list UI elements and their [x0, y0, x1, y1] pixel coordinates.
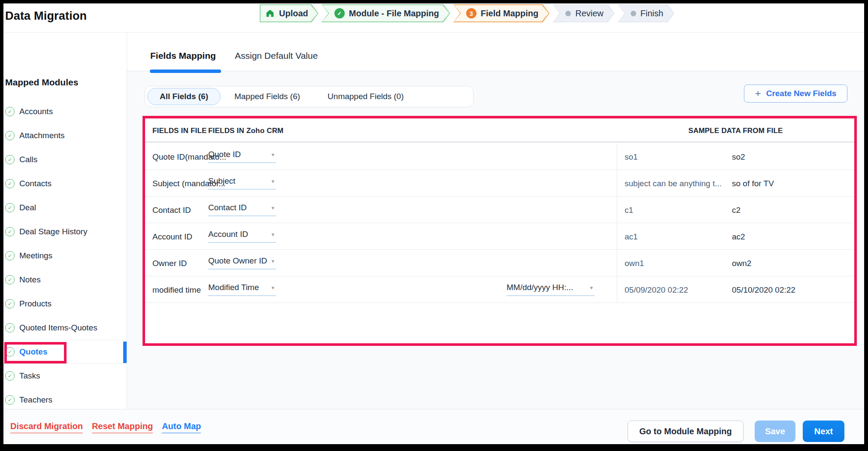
- check-circle-icon: ✓: [5, 395, 15, 405]
- sidebar-item-teachers[interactable]: ✓Teachers: [3, 388, 127, 412]
- sidebar-item-notes[interactable]: ✓Notes: [3, 268, 127, 292]
- file-field-label: modified time: [152, 285, 201, 295]
- sample-value-1: own1: [625, 259, 644, 268]
- discard-migration-link[interactable]: Discard Migration: [10, 421, 83, 433]
- active-item-indicator: [123, 342, 127, 363]
- dropdown-value: Contact ID: [208, 203, 247, 212]
- caret-down-icon: ▾: [271, 231, 274, 238]
- crm-field-dropdown[interactable]: Quote ID ▾: [208, 150, 276, 163]
- sidebar-heading: Mapped Modules: [5, 77, 78, 88]
- home-icon: [265, 9, 275, 18]
- check-circle-icon: ✓: [5, 155, 15, 164]
- sidebar-item-attachments[interactable]: ✓Attachments: [3, 124, 127, 148]
- crm-field-dropdown[interactable]: Contact ID ▾: [208, 203, 276, 216]
- check-circle-icon: ✓: [5, 299, 15, 309]
- footer-links: Discard Migration Reset Mapping Auto Map: [10, 421, 201, 433]
- sample-value-2: ac2: [732, 232, 745, 242]
- table-header-row: FIELDS IN FILE FIELDS IN Zoho CRM SAMPLE…: [145, 118, 854, 142]
- caret-down-icon: ▾: [271, 205, 274, 211]
- file-field-label: Owner ID: [152, 259, 187, 268]
- step-upload[interactable]: Upload: [258, 4, 319, 22]
- sidebar-item-meetings[interactable]: ✓Meetings: [3, 244, 127, 268]
- step-module-file-mapping[interactable]: ✓ Module - File Mapping: [322, 4, 450, 22]
- dropdown-value: Modified Time: [208, 283, 259, 292]
- dropdown-value: Subject: [208, 176, 235, 186]
- sidebar-item-products[interactable]: ✓Products: [3, 292, 127, 316]
- table-row: Subject (mandator... Subject ▾ subject c…: [145, 170, 854, 197]
- plus-icon: +: [755, 88, 761, 99]
- module-list: ✓Accounts ✓Attachments ✓Calls ✓Contacts …: [3, 100, 127, 436]
- step-review[interactable]: Review: [552, 4, 615, 22]
- crm-field-dropdown[interactable]: Account ID ▾: [208, 230, 276, 243]
- step-label: Module - File Mapping: [349, 9, 439, 18]
- filter-all-fields[interactable]: All Fields (6): [147, 88, 221, 105]
- sample-value-1: subject can be anything t...: [625, 179, 722, 188]
- sample-value-1: so1: [625, 152, 638, 162]
- check-circle-icon: ✓: [5, 275, 15, 285]
- crm-field-dropdown[interactable]: Subject ▾: [208, 176, 276, 190]
- action-bar: Discard Migration Reset Mapping Auto Map…: [3, 409, 864, 444]
- check-circle-icon: ✓: [5, 251, 15, 260]
- sidebar-item-deal[interactable]: ✓Deal: [3, 196, 127, 220]
- filter-mapped-fields[interactable]: Mapped Fields (6): [221, 92, 314, 101]
- reset-mapping-link[interactable]: Reset Mapping: [92, 421, 153, 433]
- crm-field-dropdown[interactable]: Modified Time ▾: [208, 283, 276, 296]
- sample-value-2: c2: [732, 206, 741, 215]
- step-dot-icon: [631, 11, 636, 16]
- check-circle-icon: ✓: [5, 227, 15, 236]
- sample-value-2: own2: [732, 259, 751, 268]
- table-row: Owner ID Quote Owner ID ▾ own1 own2: [145, 250, 854, 276]
- date-format-dropdown[interactable]: MM/dd/yyyy HH:... ▾: [507, 283, 595, 296]
- crm-field-dropdown[interactable]: Quote Owner ID ▾: [208, 256, 276, 269]
- caret-down-icon: ▾: [590, 285, 593, 291]
- check-circle-icon: ✓: [5, 347, 15, 357]
- data-migration-window: Data Migration Upload ✓ Module - File Ma…: [3, 3, 864, 444]
- column-header-fields-in-crm: FIELDS IN Zoho CRM: [208, 127, 283, 135]
- sidebar-item-calls[interactable]: ✓Calls: [3, 148, 127, 172]
- table-body: Quote ID(mandato... Quote ID ▾ so1 so2 S…: [145, 143, 854, 303]
- step-number-badge: 3: [466, 8, 476, 18]
- caret-down-icon: ▾: [271, 258, 274, 264]
- fields-mapping-table: FIELDS IN FILE FIELDS IN Zoho CRM SAMPLE…: [143, 116, 857, 346]
- create-new-fields-button[interactable]: + Create New Fields: [744, 85, 847, 103]
- auto-map-link[interactable]: Auto Map: [162, 421, 201, 433]
- table-row: Contact ID Contact ID ▾ c1 c2: [145, 197, 854, 223]
- sidebar-item-quoted-items-quotes[interactable]: ✓Quoted Items-Quotes: [3, 316, 127, 340]
- page-title: Data Migration: [5, 9, 87, 23]
- dropdown-value: Account ID: [208, 230, 248, 239]
- caret-down-icon: ▾: [271, 178, 274, 185]
- check-circle-icon: ✓: [5, 323, 15, 333]
- filter-unmapped-fields[interactable]: Unmapped Fields (0): [314, 92, 417, 101]
- file-field-label: Account ID: [152, 232, 192, 242]
- migration-stepper: Upload ✓ Module - File Mapping 3 Field M…: [258, 4, 674, 22]
- table-row: Quote ID(mandato... Quote ID ▾ so1 so2: [145, 143, 854, 170]
- sidebar-item-accounts[interactable]: ✓Accounts: [3, 100, 127, 124]
- field-filter-group: All Fields (6) Mapped Fields (6) Unmappe…: [145, 86, 473, 107]
- step-label: Field Mapping: [481, 9, 538, 18]
- table-row: modified time Modified Time ▾ MM/dd/yyyy…: [145, 276, 854, 303]
- step-field-mapping[interactable]: 3 Field Mapping: [453, 4, 549, 22]
- step-check-icon: ✓: [334, 8, 345, 18]
- tabs-bar: Fields Mapping Assign Default Value: [127, 33, 864, 71]
- go-to-module-mapping-button[interactable]: Go to Module Mapping: [628, 421, 744, 442]
- sidebar-item-tasks[interactable]: ✓Tasks: [3, 364, 127, 388]
- field-mapping-panel: Fields Mapping Assign Default Value All …: [127, 33, 864, 409]
- mapped-modules-sidebar: Mapped Modules ✓Accounts ✓Attachments ✓C…: [3, 33, 127, 409]
- sample-value-1: ac1: [625, 232, 638, 242]
- caret-down-icon: ▾: [271, 151, 274, 158]
- dropdown-value: Quote ID: [208, 150, 241, 159]
- sample-value-2: so2: [732, 152, 745, 162]
- step-label: Review: [575, 9, 604, 18]
- tab-assign-default-value[interactable]: Assign Default Value: [235, 51, 318, 61]
- sample-value-1: c1: [625, 206, 633, 215]
- step-finish[interactable]: Finish: [618, 4, 674, 22]
- sidebar-item-contacts[interactable]: ✓Contacts: [3, 172, 127, 196]
- next-button[interactable]: Next: [803, 421, 844, 442]
- caret-down-icon: ▾: [271, 285, 274, 291]
- sample-value-2: 05/10/2020 02:22: [732, 285, 795, 295]
- check-circle-icon: ✓: [5, 203, 15, 212]
- sidebar-item-deal-stage-history[interactable]: ✓Deal Stage History: [3, 220, 127, 244]
- save-button[interactable]: Save: [755, 421, 795, 442]
- tab-fields-mapping[interactable]: Fields Mapping: [150, 51, 216, 61]
- sidebar-item-quotes[interactable]: ✓ Quotes: [3, 340, 127, 364]
